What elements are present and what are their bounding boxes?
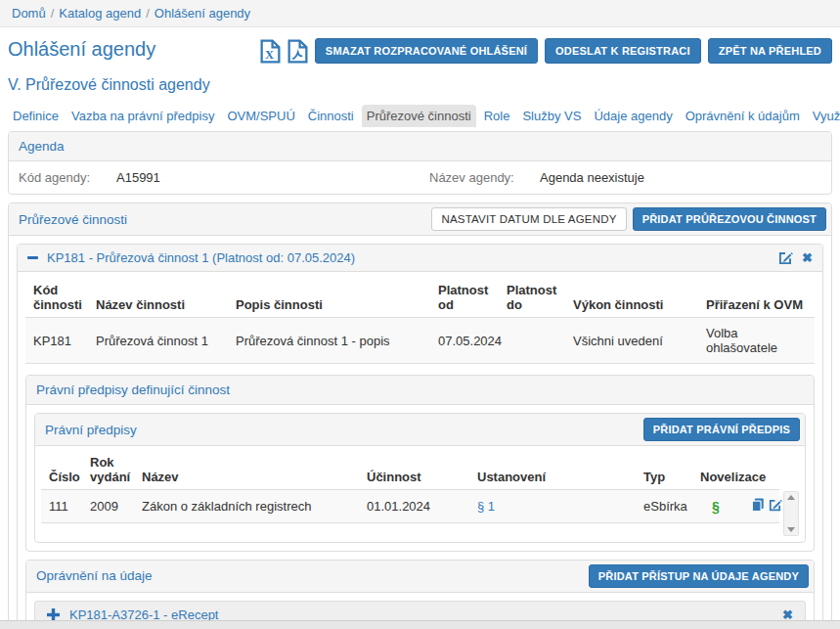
permissions-panel-title: Oprávnění na údaje (36, 568, 153, 583)
cell-nazev: Zákon o základních registrech (134, 490, 359, 523)
tab-sluzby-vs[interactable]: Služby VS (517, 105, 586, 127)
edit-icon[interactable] (769, 498, 782, 512)
page-subtitle: V. Průřezové činnosti agendy (8, 76, 832, 94)
cell-kod: KP181 (25, 318, 88, 364)
cell-cislo: 111 (41, 490, 82, 523)
cell-nazev: Průřezová činnost 1 (88, 318, 228, 364)
agenda-panel-title: Agenda (9, 132, 831, 161)
remove-activity-icon[interactable]: ✖ (802, 251, 813, 264)
set-date-by-agenda-button[interactable]: NASTAVIT DATUM DLE AGENDY (431, 207, 626, 231)
col-header: Účinnost (359, 452, 469, 490)
activity-item-header[interactable]: KP181 - Průřezová činnost 1 (Platnost od… (18, 245, 822, 272)
breadcrumb-separator: / (51, 6, 55, 21)
novelizace-paragraph-icon[interactable]: § (700, 499, 720, 515)
svg-text:X: X (265, 47, 274, 61)
add-data-access-button[interactable]: PŘIDAT PŘÍSTUP NA ÚDAJE AGENDY (589, 564, 809, 588)
col-header: Výkon činnosti (565, 280, 698, 318)
page-footer-bar (0, 620, 840, 629)
activity-item-title-link[interactable]: KP181 - Průřezová činnost 1 (Platnost od… (47, 250, 355, 265)
cell-platnost-od: 07.05.2024 (430, 318, 499, 364)
col-header: Přiřazení k OVM (698, 280, 815, 318)
tab-opravneni-k-udajum[interactable]: Oprávnění k údajům (681, 105, 805, 127)
edit-activity-icon[interactable] (778, 250, 793, 265)
col-header: Typ (636, 452, 692, 490)
legal-section-title: Právní předpisy definující činnost (26, 376, 814, 405)
agenda-name-value: Agenda neexistuje (540, 170, 821, 185)
cell-rok: 2009 (82, 490, 134, 523)
cell-platnost-do (499, 318, 565, 364)
col-header: Novelizace (692, 452, 743, 490)
table-scrollbar[interactable] (783, 491, 799, 536)
breadcrumb-link-ohlaseni-agendy[interactable]: Ohlášení agendy (155, 6, 250, 21)
col-header: Ustanovení (469, 452, 636, 490)
col-header: Kód činnosti (25, 280, 88, 318)
agenda-name-label: Název agendy: (429, 170, 540, 185)
back-overview-button[interactable]: ZPĚT NA PŘEHLED (708, 38, 832, 64)
breadcrumb-link-home[interactable]: Domů (12, 6, 46, 21)
tab-udaje-agendy[interactable]: Údaje agendy (589, 105, 677, 127)
add-activity-button[interactable]: PŘIDAT PRŮŘEZOVOU ČINNOST (633, 207, 826, 231)
legal-section-panel: Právní předpisy definující činnost Právn… (25, 375, 815, 552)
legal-panel-title: Právní předpisy (45, 423, 137, 437)
tab-definice[interactable]: Definice (8, 105, 64, 127)
breadcrumb: Domů/Katalog agend/Ohlášení agendy (0, 0, 840, 27)
pdf-export-icon[interactable] (287, 39, 308, 64)
breadcrumb-link-katalog-agend[interactable]: Katalog agend (59, 6, 141, 21)
legal-table-row: 111 2009 Zákon o základních registrech 0… (41, 490, 779, 523)
breadcrumb-separator: / (146, 6, 150, 21)
cell-popis: Průřezová činnost 1 - popis (228, 318, 430, 364)
col-header: Rok vydání (82, 452, 134, 490)
cell-vykon: Všichni uvedení (565, 318, 698, 364)
tab-ovm-spuu[interactable]: OVM/SPUÚ (222, 105, 299, 127)
legal-panel: Právní předpisy PŘIDAT PRÁVNÍ PŘEDPIS (34, 413, 806, 543)
agenda-details: Kód agendy: A15991 Název agendy: Agenda … (9, 161, 831, 194)
activity-item-panel: KP181 - Průřezová činnost 1 (Platnost od… (17, 244, 823, 629)
col-header: Platnost od (430, 280, 499, 318)
add-legal-act-button[interactable]: PŘIDAT PRÁVNÍ PŘEDPIS (643, 418, 800, 441)
collapse-minus-icon[interactable] (27, 256, 38, 259)
scroll-down-icon[interactable] (787, 527, 795, 532)
col-header: Platnost do (499, 280, 565, 318)
activities-panel-title: Průřezové činnosti (19, 212, 127, 227)
tab-vazba-na-pravni-predpisy[interactable]: Vazba na právní předpisy (66, 105, 219, 127)
tab-prurezove-cinnosti[interactable]: Průřezové činnosti (362, 105, 476, 127)
copy-icon[interactable] (751, 498, 765, 512)
col-header: Název činnosti (88, 280, 228, 318)
col-header: Popis činnosti (228, 280, 430, 318)
tab-cinnosti[interactable]: Činnosti (303, 105, 359, 127)
legal-table: Číslo Rok vydání Název Účinnost Ustanove… (41, 452, 779, 536)
agenda-code-label: Kód agendy: (19, 170, 116, 185)
activity-table-row: KP181 Průřezová činnost 1 Průřezová činn… (25, 318, 815, 364)
remove-permission-icon[interactable]: ✖ (782, 608, 793, 621)
activities-panel: Průřezové činnosti NASTAVIT DATUM DLE AG… (8, 202, 832, 629)
cell-typ: eSbírka (636, 490, 692, 523)
delete-draft-button[interactable]: SMAZAT ROZPRACOVANÉ OHLÁŠENÍ (315, 38, 538, 64)
excel-export-icon[interactable]: X (260, 39, 281, 64)
page-title: Ohlášení agendy (8, 38, 155, 61)
agenda-code-value: A15991 (116, 170, 429, 185)
tab-vyuziti-verejnych-udaju[interactable]: Využití veřejných údajů (808, 105, 840, 127)
col-header: Číslo (41, 452, 82, 490)
ustanoveni-link[interactable]: § 1 (477, 499, 495, 514)
tab-bar: Definice Vazba na právní předpisy OVM/SP… (8, 105, 832, 127)
tab-role[interactable]: Role (479, 105, 515, 127)
permissions-panel: Oprávnění na údaje PŘIDAT PŘÍSTUP NA ÚDA… (25, 560, 815, 629)
send-registration-button[interactable]: ODESLAT K REGISTRACI (545, 38, 701, 64)
scroll-up-icon[interactable] (787, 495, 795, 500)
activity-table: Kód činnosti Název činnosti Popis činnos… (25, 280, 815, 364)
agenda-panel: Agenda Kód agendy: A15991 Název agendy: … (8, 131, 832, 195)
cell-prirazeni: Volba ohlašovatele (698, 318, 815, 364)
col-header: Název (134, 452, 359, 490)
cell-ucinnost: 01.01.2024 (359, 490, 469, 523)
expand-plus-icon[interactable] (47, 608, 60, 621)
